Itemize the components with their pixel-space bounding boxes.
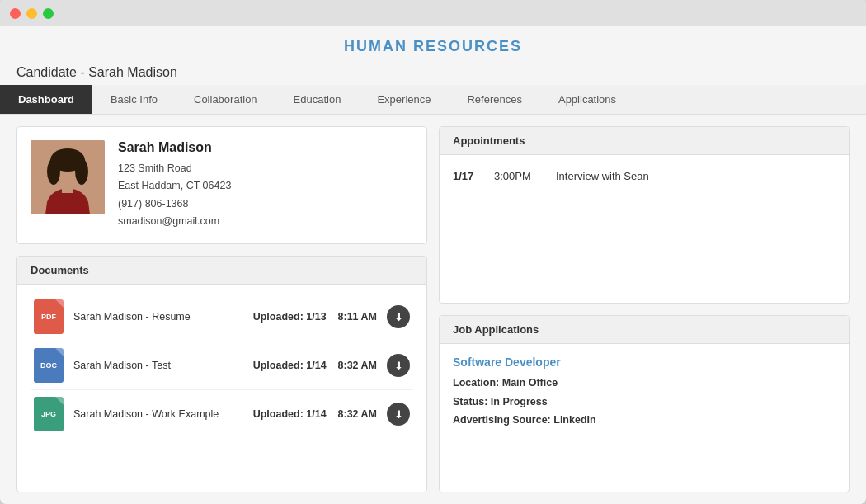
svg-point-4 (47, 158, 60, 185)
doc-meta: Uploaded: 1/13 8:11 AM (253, 311, 377, 323)
job-ad-source: Advertising Source: LinkedIn (453, 411, 835, 430)
location-value: Main Office (502, 377, 558, 389)
documents-body: PDF Sarah Madison - Resume Uploaded: 1/1… (17, 285, 426, 446)
doc-name: Sarah Madison - Work Example (73, 408, 243, 420)
appt-desc: Interview with Sean (556, 170, 649, 182)
doc-meta: Uploaded: 1/14 8:32 AM (253, 360, 377, 371)
profile-card: Sarah Madison 123 Smith Road East Haddam… (16, 126, 427, 244)
avatar (31, 140, 105, 214)
appointments-header: Appointments (440, 127, 849, 155)
title-bar (0, 0, 866, 26)
doc-meta: Uploaded: 1/14 8:32 AM (253, 408, 377, 420)
doc-icon: DOC (34, 348, 64, 383)
ad-source-label: Advertising Source: (453, 414, 551, 426)
job-applications-body: Software Developer Location: Main Office… (440, 344, 849, 441)
tab-references[interactable]: References (449, 85, 539, 114)
minimize-button[interactable] (26, 8, 37, 19)
profile-name: Sarah Madison (118, 140, 231, 155)
app-title: HUMAN RESOURCES (0, 38, 866, 55)
profile-address1: 123 Smith Road (118, 163, 192, 174)
svg-point-5 (75, 158, 88, 185)
app-header: HUMAN RESOURCES (0, 26, 866, 62)
status-label: Status: (453, 396, 487, 407)
tab-experience[interactable]: Experience (359, 85, 449, 114)
doc-download-button[interactable]: ⬇ (387, 354, 410, 377)
tab-basic-info[interactable]: Basic Info (92, 85, 176, 114)
tab-bar: Dashboard Basic Info Collaboration Educa… (0, 85, 866, 115)
doc-download-button[interactable]: ⬇ (387, 305, 410, 328)
right-column: Appointments 1/17 3:00PM Interview with … (439, 126, 850, 492)
appt-time: 3:00PM (494, 170, 539, 182)
ad-source-value: LinkedIn (553, 414, 595, 426)
profile-email: smadison@gmail.com (118, 215, 219, 227)
svg-rect-6 (62, 186, 73, 193)
appt-date: 1/17 (453, 170, 478, 182)
tab-education[interactable]: Education (275, 85, 360, 114)
status-value: In Progress (491, 396, 548, 407)
app-window: HUMAN RESOURCES Candidate - Sarah Madiso… (0, 0, 866, 504)
appointments-body: 1/17 3:00PM Interview with Sean (440, 155, 849, 197)
profile-address2: East Haddam, CT 06423 (118, 180, 231, 191)
documents-card: Documents PDF Sarah Madison - Resume Upl… (16, 256, 427, 492)
main-content: Sarah Madison 123 Smith Road East Haddam… (0, 115, 866, 504)
doc-row: JPG Sarah Madison - Work Example Uploade… (31, 390, 413, 438)
job-applications-card: Job Applications Software Developer Loca… (439, 315, 850, 492)
maximize-button[interactable] (43, 8, 54, 19)
tab-applications[interactable]: Applications (540, 85, 634, 114)
documents-header: Documents (17, 257, 426, 285)
candidate-label: Candidate - Sarah Madison (0, 62, 866, 80)
tab-dashboard[interactable]: Dashboard (0, 85, 92, 114)
left-column: Sarah Madison 123 Smith Road East Haddam… (16, 126, 427, 492)
profile-phone: (917) 806-1368 (118, 198, 188, 210)
location-label: Location: (453, 377, 499, 389)
job-status: Status: In Progress (453, 393, 835, 412)
job-applications-header: Job Applications (440, 316, 849, 344)
job-title: Software Developer (453, 356, 835, 369)
appointment-row: 1/17 3:00PM Interview with Sean (453, 163, 835, 189)
profile-info: Sarah Madison 123 Smith Road East Haddam… (118, 140, 231, 230)
tab-collaboration[interactable]: Collaboration (176, 85, 275, 114)
doc-name: Sarah Madison - Resume (73, 311, 243, 323)
doc-download-button[interactable]: ⬇ (387, 403, 410, 426)
doc-row: DOC Sarah Madison - Test Uploaded: 1/14 … (31, 341, 413, 390)
doc-name: Sarah Madison - Test (73, 360, 243, 371)
job-location: Location: Main Office (453, 374, 835, 393)
app-content: HUMAN RESOURCES Candidate - Sarah Madiso… (0, 26, 866, 504)
close-button[interactable] (10, 8, 21, 19)
appointments-card: Appointments 1/17 3:00PM Interview with … (439, 126, 850, 304)
pdf-icon: PDF (34, 299, 64, 334)
doc-row: PDF Sarah Madison - Resume Uploaded: 1/1… (31, 293, 413, 341)
jpg-icon: JPG (34, 397, 64, 431)
